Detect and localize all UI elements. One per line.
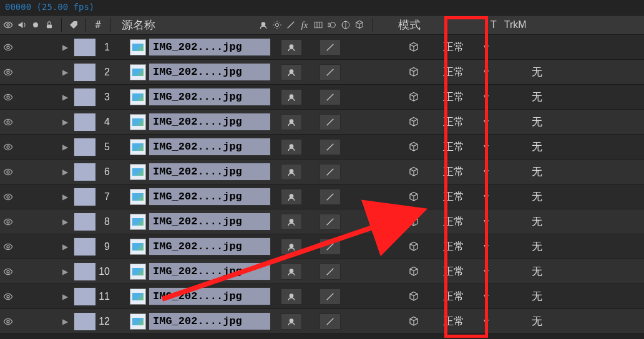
twirl-icon[interactable]: ▶ <box>56 143 74 151</box>
shy-toggle[interactable] <box>281 39 302 55</box>
shy-toggle[interactable] <box>281 313 302 330</box>
blend-mode-dropdown[interactable]: 正常▼ <box>441 213 493 230</box>
trackmatte-dropdown[interactable]: 无 <box>529 288 557 305</box>
visibility-toggle[interactable] <box>0 267 16 277</box>
label-color[interactable] <box>74 212 96 231</box>
solo-column-icon[interactable] <box>30 19 41 31</box>
visibility-toggle[interactable] <box>0 167 16 177</box>
source-name[interactable]: IMG_202....jpg <box>149 287 271 305</box>
source-name[interactable]: IMG_202....jpg <box>149 188 271 206</box>
shy-toggle[interactable] <box>281 164 302 180</box>
blend-mode-dropdown[interactable]: 正常▼ <box>441 88 493 105</box>
blend-mode-dropdown[interactable]: 正常▼ <box>441 113 493 130</box>
source-name[interactable]: IMG_202....jpg <box>149 312 271 330</box>
label-color[interactable] <box>74 287 96 306</box>
3d-toggle[interactable] <box>404 67 423 78</box>
label-color[interactable] <box>74 88 96 107</box>
visibility-toggle[interactable] <box>0 292 16 302</box>
shy-toggle[interactable] <box>281 114 302 130</box>
blend-mode-dropdown[interactable]: 正常▼ <box>441 313 493 330</box>
twirl-icon[interactable]: ▶ <box>56 43 74 52</box>
label-color[interactable] <box>74 38 96 57</box>
trackmatte-dropdown[interactable]: 无 <box>529 238 557 255</box>
twirl-icon[interactable]: ▶ <box>56 317 74 326</box>
layer-row[interactable]: ▶12IMG_202....jpg正常▼无 <box>0 309 644 334</box>
visibility-toggle[interactable] <box>0 217 16 227</box>
label-color[interactable] <box>74 237 96 256</box>
blend-mode-dropdown[interactable]: 正常▼ <box>441 64 493 80</box>
source-name[interactable]: IMG_202....jpg <box>149 212 271 231</box>
twirl-icon[interactable]: ▶ <box>56 292 74 301</box>
label-color[interactable] <box>74 113 96 131</box>
label-color[interactable] <box>74 188 96 206</box>
t-col-header[interactable]: T <box>490 19 497 31</box>
fx-column-icon[interactable]: fx <box>299 19 310 31</box>
quality-column-icon[interactable] <box>285 19 296 31</box>
shy-toggle[interactable] <box>281 64 302 80</box>
visibility-toggle[interactable] <box>0 317 16 327</box>
layer-row[interactable]: ▶2IMG_202....jpg正常▼无 <box>0 60 644 85</box>
mode-header[interactable]: 模式 <box>398 17 461 32</box>
blend-mode-dropdown[interactable]: 正常▼ <box>441 188 493 205</box>
trackmatte-dropdown[interactable]: 无 <box>529 138 557 155</box>
visibility-toggle[interactable] <box>0 42 16 52</box>
shy-toggle[interactable] <box>281 189 302 205</box>
collapse-column-icon[interactable] <box>271 19 283 31</box>
quality-toggle[interactable] <box>320 214 341 230</box>
trkmat-header[interactable]: TrkM <box>504 19 527 31</box>
source-name-header[interactable]: 源名称 <box>117 17 248 32</box>
trackmatte-dropdown[interactable]: 无 <box>529 88 557 105</box>
source-name[interactable]: IMG_202....jpg <box>149 113 271 131</box>
3d-toggle[interactable] <box>404 241 423 252</box>
trackmatte-dropdown[interactable]: 无 <box>529 64 557 80</box>
speaker-column-icon[interactable] <box>16 19 27 31</box>
twirl-icon[interactable]: ▶ <box>56 193 74 201</box>
quality-toggle[interactable] <box>320 64 341 80</box>
layer-row[interactable]: ▶4IMG_202....jpg正常▼无 <box>0 110 644 135</box>
trackmatte-dropdown[interactable]: 无 <box>529 163 557 180</box>
layer-row[interactable]: ▶7IMG_202....jpg正常▼无 <box>0 184 644 209</box>
twirl-icon[interactable]: ▶ <box>56 242 74 251</box>
shy-toggle[interactable] <box>281 214 302 230</box>
layer-row[interactable]: ▶5IMG_202....jpg正常▼无 <box>0 135 644 160</box>
label-color[interactable] <box>74 138 96 156</box>
twirl-icon[interactable]: ▶ <box>56 267 74 276</box>
shy-column-icon[interactable] <box>258 19 269 31</box>
shy-toggle[interactable] <box>281 239 302 255</box>
source-name[interactable]: IMG_202....jpg <box>149 63 271 81</box>
shy-toggle[interactable] <box>281 289 302 305</box>
layer-row[interactable]: ▶10IMG_202....jpg正常▼无 <box>0 259 644 284</box>
source-name[interactable]: IMG_202....jpg <box>149 38 271 56</box>
3d-column-icon[interactable] <box>354 19 365 31</box>
twirl-icon[interactable]: ▶ <box>56 68 74 77</box>
label-color[interactable] <box>74 262 96 281</box>
blend-mode-dropdown[interactable]: 正常▼ <box>441 163 493 180</box>
source-name[interactable]: IMG_202....jpg <box>149 237 271 255</box>
visibility-toggle[interactable] <box>0 142 16 152</box>
twirl-icon[interactable]: ▶ <box>56 217 74 226</box>
trackmatte-dropdown[interactable]: 无 <box>529 263 557 280</box>
layer-row[interactable]: ▶1IMG_202....jpg正常▼ <box>0 35 644 60</box>
quality-toggle[interactable] <box>320 114 341 130</box>
3d-toggle[interactable] <box>404 42 423 53</box>
twirl-icon[interactable]: ▶ <box>56 168 74 176</box>
source-name[interactable]: IMG_202....jpg <box>149 138 271 156</box>
quality-toggle[interactable] <box>320 264 341 280</box>
quality-toggle[interactable] <box>320 139 341 155</box>
blend-mode-dropdown[interactable]: 正常▼ <box>441 39 493 55</box>
quality-toggle[interactable] <box>320 189 341 205</box>
quality-toggle[interactable] <box>320 289 341 305</box>
3d-toggle[interactable] <box>404 191 423 203</box>
visibility-toggle[interactable] <box>0 67 16 77</box>
quality-toggle[interactable] <box>320 239 341 255</box>
twirl-icon[interactable]: ▶ <box>56 93 74 102</box>
blend-mode-dropdown[interactable]: 正常▼ <box>441 138 493 155</box>
trackmatte-dropdown[interactable]: 无 <box>529 313 557 330</box>
frameblend-column-icon[interactable] <box>313 19 324 31</box>
quality-toggle[interactable] <box>320 39 341 55</box>
quality-toggle[interactable] <box>320 89 341 105</box>
motionblur-column-icon[interactable] <box>326 19 338 31</box>
visibility-toggle[interactable] <box>0 117 16 127</box>
shy-toggle[interactable] <box>281 89 302 105</box>
3d-toggle[interactable] <box>404 166 423 178</box>
